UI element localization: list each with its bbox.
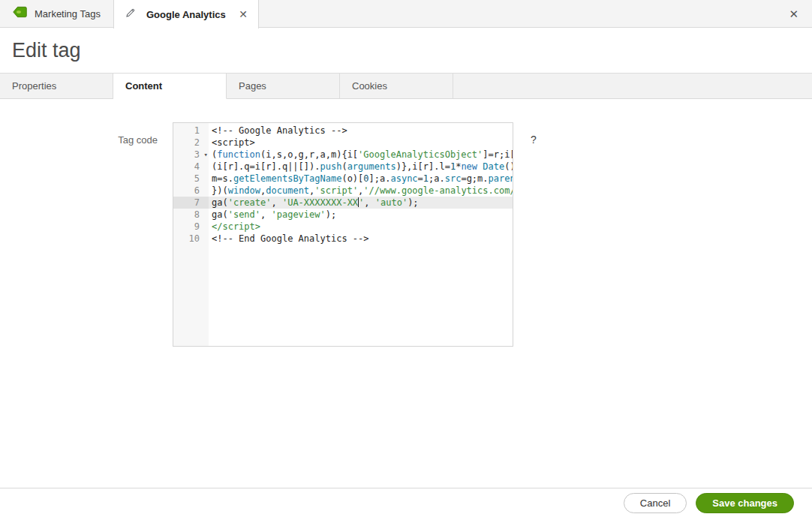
code-line[interactable]: 5m=s.getElementsByTagName(o)[0];a.async=… <box>173 173 513 185</box>
code-line[interactable]: 2<script> <box>173 137 513 149</box>
line-number: 9 <box>173 221 209 233</box>
tab-bar: Properties Content Pages Cookies <box>0 73 812 99</box>
workspace-label: Marketing Tags <box>35 8 101 20</box>
fold-toggle-icon[interactable]: ▾ <box>204 149 208 161</box>
line-number: 4 <box>173 161 209 173</box>
tab-content[interactable]: Content <box>113 74 227 99</box>
code-line[interactable]: 9</script> <box>173 221 513 233</box>
code-line[interactable]: 10<!-- End Google Analytics --> <box>173 233 513 245</box>
line-number: 3▾ <box>173 149 209 161</box>
tab-pages[interactable]: Pages <box>227 74 340 99</box>
tag-tab-title: Google Analytics f... <box>146 9 228 20</box>
tag-code-label: Tag code <box>0 134 158 146</box>
help-icon[interactable]: ? <box>531 134 537 146</box>
code-line[interactable]: 3▾(function(i,s,o,g,r,a,m){i['GoogleAnal… <box>173 149 513 161</box>
tab-cookies[interactable]: Cookies <box>340 74 453 99</box>
line-number: 6 <box>173 185 209 197</box>
line-number: 1 <box>173 125 209 137</box>
code-text: (function(i,s,o,g,r,a,m){i['GoogleAnalyt… <box>209 149 513 161</box>
line-number: 2 <box>173 137 209 149</box>
code-line[interactable]: 8ga('send', 'pageview'); <box>173 209 513 221</box>
window-close-icon[interactable]: ✕ <box>789 0 798 28</box>
line-number: 8 <box>173 209 209 221</box>
code-line[interactable]: 7ga('create', 'UA-XXXXXXX-XX', 'auto'); <box>173 197 513 209</box>
code-lines: 1<!-- Google Analytics -->2<script>3▾(fu… <box>173 123 513 245</box>
line-number: 5 <box>173 173 209 185</box>
content-panel: Tag code 1<!-- Google Analytics -->2<scr… <box>0 99 812 488</box>
page-title: Edit tag <box>12 39 81 62</box>
code-editor[interactable]: 1<!-- Google Analytics -->2<script>3▾(fu… <box>173 122 513 347</box>
code-text: m=s.getElementsByTagName(o)[0];a.async=1… <box>209 173 513 185</box>
top-bar: Marketing Tags Google Analytics f... ✕ ✕ <box>0 0 812 28</box>
tab-close-icon[interactable]: ✕ <box>239 9 248 20</box>
code-text: <!-- End Google Analytics --> <box>209 233 513 245</box>
code-line[interactable]: 1<!-- Google Analytics --> <box>173 125 513 137</box>
tab-bar-filler <box>453 74 812 99</box>
code-text: <script> <box>209 137 513 149</box>
tag-editor-tab[interactable]: Google Analytics f... ✕ <box>113 0 259 29</box>
footer-bar: Cancel Save changes <box>0 488 812 517</box>
tab-properties[interactable]: Properties <box>0 74 113 99</box>
code-text: (i[r].q=i[r].q||[]).push(arguments)},i[r… <box>209 161 513 173</box>
code-text: ga('send', 'pageview'); <box>209 209 513 221</box>
line-number: 10 <box>173 233 209 245</box>
edit-pencil-icon <box>125 8 136 22</box>
code-text: })(window,document,'script','//www.googl… <box>209 185 513 197</box>
line-number: 7 <box>173 197 209 209</box>
code-line[interactable]: 4(i[r].q=i[r].q||[]).push(arguments)},i[… <box>173 161 513 173</box>
code-text: <!-- Google Analytics --> <box>209 125 513 137</box>
page-header: Edit tag <box>0 28 812 73</box>
code-text: </script> <box>209 221 513 233</box>
tag-icon <box>13 6 27 21</box>
code-text: ga('create', 'UA-XXXXXXX-XX', 'auto'); <box>209 197 513 209</box>
code-line[interactable]: 6})(window,document,'script','//www.goog… <box>173 185 513 197</box>
cancel-button[interactable]: Cancel <box>624 493 687 513</box>
save-changes-button[interactable]: Save changes <box>696 493 794 513</box>
workspace-menu-item[interactable]: Marketing Tags <box>0 0 113 27</box>
